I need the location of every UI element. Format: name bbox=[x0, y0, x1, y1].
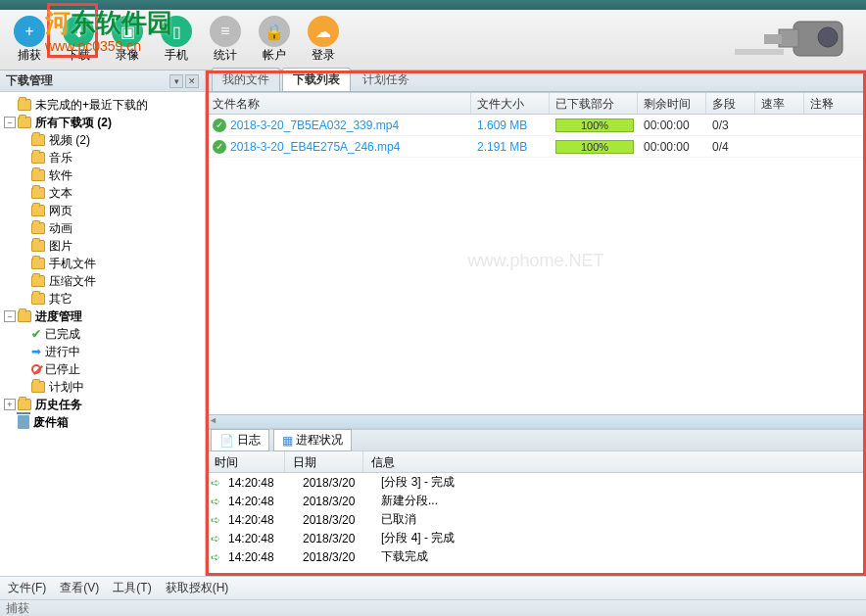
tree-running[interactable]: ➡进行中 bbox=[0, 343, 205, 360]
table-header: 文件名称 文件大小 已下载部分 剩余时间 多段 速率 注释 bbox=[207, 93, 865, 115]
folder-icon bbox=[31, 293, 45, 305]
table-row[interactable]: ✓2018-3-20_7B5EA032_339.mp4 1.609 MB 100… bbox=[207, 115, 865, 136]
capture-label: 捕获 bbox=[18, 47, 41, 64]
stop-icon bbox=[31, 364, 41, 374]
folder-icon bbox=[31, 205, 45, 216]
tree-history[interactable]: +历史任务 bbox=[0, 396, 205, 413]
menu-license[interactable]: 获取授权(H) bbox=[166, 580, 229, 596]
col-name[interactable]: 文件名称 bbox=[207, 93, 471, 114]
svg-point-1 bbox=[818, 27, 838, 47]
tree-scheduled[interactable]: 计划中 bbox=[0, 378, 205, 396]
col-remain[interactable]: 剩余时间 bbox=[638, 93, 706, 114]
log-tab-process[interactable]: ▦进程状况 bbox=[273, 429, 352, 451]
phone-icon: ▯ bbox=[161, 16, 192, 47]
download-table: 文件名称 文件大小 已下载部分 剩余时间 多段 速率 注释 ✓2018-3-20… bbox=[206, 92, 866, 429]
arrow-icon: ➪ bbox=[211, 532, 220, 545]
svg-rect-4 bbox=[735, 49, 784, 55]
done-icon: ✓ bbox=[213, 140, 226, 154]
content-tabs: 我的文件 下载列表 计划任务 bbox=[206, 71, 866, 92]
stats-button[interactable]: ≡ 统计 bbox=[202, 16, 249, 64]
folder-icon bbox=[18, 99, 31, 111]
tree-compressed[interactable]: 压缩文件 bbox=[0, 272, 205, 290]
tree-done[interactable]: ✔已完成 bbox=[0, 325, 205, 343]
capture-button[interactable]: + 捕获 bbox=[6, 16, 53, 64]
folder-icon bbox=[31, 222, 45, 234]
tree-phone-files[interactable]: 手机文件 bbox=[0, 255, 205, 272]
table-row[interactable]: ✓2018-3-20_EB4E275A_246.mp4 2.191 MB 100… bbox=[207, 136, 865, 158]
log-row[interactable]: ➪14:20:482018/3/20已取消 bbox=[207, 510, 865, 529]
horizontal-scrollbar[interactable] bbox=[207, 414, 865, 428]
main-toolbar: + 捕获 ⬇ 下载 ▣ 录像 ▯ 手机 ≡ 统计 🔒 帐户 ☁ 登录 bbox=[0, 10, 866, 71]
login-button[interactable]: ☁ 登录 bbox=[300, 16, 347, 64]
tree-video[interactable]: 视频 (2) bbox=[0, 131, 205, 149]
lock-icon: 🔒 bbox=[259, 16, 290, 47]
expand-icon[interactable]: + bbox=[4, 399, 16, 410]
record-button[interactable]: ▣ 录像 bbox=[104, 16, 151, 64]
tab-download-list[interactable]: 下载列表 bbox=[282, 68, 351, 91]
menu-tools[interactable]: 工具(T) bbox=[113, 580, 151, 596]
tree-incomplete[interactable]: 未完成的+最近下载的 bbox=[0, 96, 205, 114]
log-col-info[interactable]: 信息 bbox=[363, 451, 865, 472]
collapse-icon[interactable]: − bbox=[4, 310, 16, 322]
log-panel: 📄日志 ▦进程状况 时间 日期 信息 ➪14:20:482018/3/20[分段… bbox=[206, 429, 866, 576]
col-progress[interactable]: 已下载部分 bbox=[550, 93, 638, 114]
menu-file[interactable]: 文件(F) bbox=[8, 580, 46, 596]
download-button[interactable]: ⬇ 下载 bbox=[55, 16, 102, 64]
remain-time: 00:00:00 bbox=[638, 118, 706, 132]
menu-view[interactable]: 查看(V) bbox=[60, 580, 99, 596]
file-name: 2018-3-20_7B5EA032_339.mp4 bbox=[230, 118, 399, 132]
tree-animation[interactable]: 动画 bbox=[0, 219, 205, 237]
tree-text[interactable]: 文本 bbox=[0, 184, 205, 202]
title-bar bbox=[0, 0, 866, 10]
login-label: 登录 bbox=[312, 47, 335, 64]
tree-other[interactable]: 其它 bbox=[0, 290, 205, 308]
table-body: ✓2018-3-20_7B5EA032_339.mp4 1.609 MB 100… bbox=[207, 115, 865, 414]
col-size[interactable]: 文件大小 bbox=[471, 93, 550, 114]
log-row[interactable]: ➪14:20:482018/3/20新建分段... bbox=[207, 492, 865, 510]
tab-my-files[interactable]: 我的文件 bbox=[212, 68, 280, 91]
col-seg[interactable]: 多段 bbox=[706, 93, 755, 114]
remain-time: 00:00:00 bbox=[638, 140, 706, 154]
arrow-icon: ➪ bbox=[211, 513, 220, 527]
phone-button[interactable]: ▯ 手机 bbox=[153, 16, 200, 64]
tree-stopped[interactable]: 已停止 bbox=[0, 360, 205, 378]
folder-icon bbox=[31, 152, 45, 164]
sidebar-min-icon[interactable]: ▾ bbox=[169, 74, 183, 88]
sidebar-close-icon[interactable]: ✕ bbox=[185, 74, 199, 88]
trash-icon bbox=[18, 415, 29, 429]
collapse-icon[interactable]: − bbox=[4, 117, 16, 128]
log-tabs: 📄日志 ▦进程状况 bbox=[207, 430, 865, 451]
sidebar-title: 下载管理 bbox=[6, 72, 53, 89]
sidebar-tree: 未完成的+最近下载的 −所有下载项 (2) 视频 (2) 音乐 软件 文本 网页… bbox=[0, 92, 205, 576]
col-note[interactable]: 注释 bbox=[804, 93, 865, 114]
tree-software[interactable]: 软件 bbox=[0, 166, 205, 184]
file-size: 2.191 MB bbox=[471, 140, 550, 154]
arrow-icon: ➪ bbox=[211, 550, 220, 564]
sidebar: 下载管理 ▾ ✕ 未完成的+最近下载的 −所有下载项 (2) 视频 (2) 音乐… bbox=[0, 71, 206, 576]
tree-trash[interactable]: 废件箱 bbox=[0, 413, 205, 431]
phone-label: 手机 bbox=[165, 47, 188, 64]
tree-image[interactable]: 图片 bbox=[0, 237, 205, 255]
log-col-date[interactable]: 日期 bbox=[285, 451, 363, 472]
account-button[interactable]: 🔒 帐户 bbox=[251, 16, 298, 64]
log-tab-log[interactable]: 📄日志 bbox=[211, 429, 269, 451]
record-icon: ▣ bbox=[112, 16, 143, 47]
log-row[interactable]: ➪14:20:482018/3/20[分段 3] - 完成 bbox=[207, 473, 865, 492]
tree-all-downloads[interactable]: −所有下载项 (2) bbox=[0, 114, 205, 131]
col-rate[interactable]: 速率 bbox=[755, 93, 804, 114]
log-row[interactable]: ➪14:20:482018/3/20[分段 4] - 完成 bbox=[207, 529, 865, 547]
cloud-icon: ☁ bbox=[308, 16, 339, 47]
log-col-time[interactable]: 时间 bbox=[207, 451, 285, 472]
watermark-center: www.phome.NET bbox=[467, 251, 603, 271]
tree-webpage[interactable]: 网页 bbox=[0, 202, 205, 219]
tab-scheduled[interactable]: 计划任务 bbox=[353, 69, 419, 91]
svg-rect-3 bbox=[764, 34, 782, 44]
menu-bar: 文件(F) 查看(V) 工具(T) 获取授权(H) bbox=[0, 576, 866, 599]
camcorder-decoration bbox=[725, 10, 862, 71]
tree-progress[interactable]: −进度管理 bbox=[0, 308, 205, 325]
folder-icon bbox=[31, 134, 45, 146]
account-label: 帐户 bbox=[263, 47, 286, 64]
tree-music[interactable]: 音乐 bbox=[0, 149, 205, 166]
sidebar-controls: ▾ ✕ bbox=[169, 74, 199, 88]
log-row[interactable]: ➪14:20:482018/3/20下载完成 bbox=[207, 547, 865, 566]
